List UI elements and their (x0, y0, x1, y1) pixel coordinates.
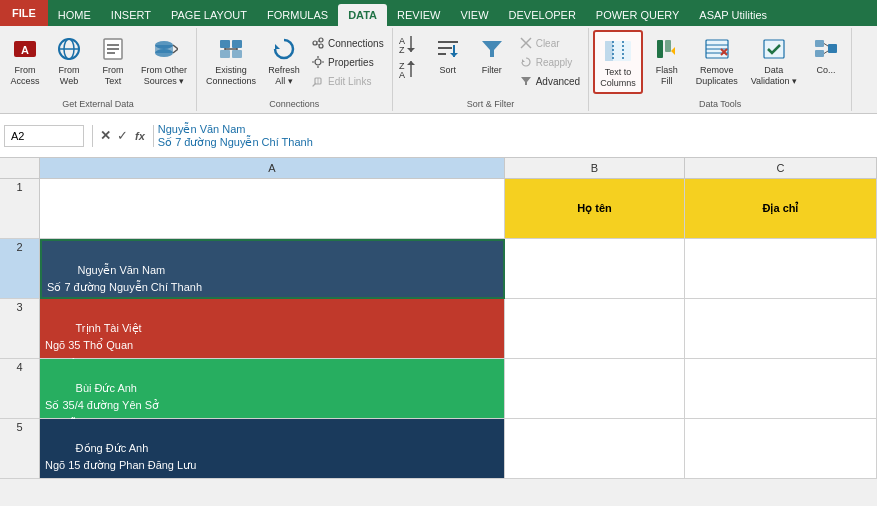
svg-text:A: A (399, 70, 405, 79)
svg-marker-49 (521, 77, 531, 85)
edit-links-label: Edit Links (328, 76, 371, 87)
tab-view[interactable]: VIEW (450, 4, 498, 26)
svg-rect-15 (232, 50, 242, 58)
sort-za-button[interactable]: Z A (397, 57, 425, 81)
svg-rect-13 (232, 40, 242, 48)
tab-power-query[interactable]: POWER QUERY (586, 4, 690, 26)
tab-home[interactable]: HOME (48, 4, 101, 26)
cell-c2[interactable] (685, 239, 877, 299)
sort-button[interactable]: Sort (427, 30, 469, 78)
cell-b2[interactable] (505, 239, 685, 299)
col-header-b[interactable]: B (505, 158, 685, 178)
tab-developer[interactable]: DEVELOPER (499, 4, 586, 26)
cell-b5[interactable] (505, 419, 685, 479)
tab-review[interactable]: REVIEW (387, 4, 450, 26)
tab-asap[interactable]: ASAP Utilities (689, 4, 777, 26)
svg-line-24 (317, 44, 319, 46)
row-header-2[interactable]: 2 (0, 239, 40, 299)
row-header-4[interactable]: 4 (0, 359, 40, 419)
row-header-1[interactable]: 1 (0, 179, 40, 239)
row-header-spacer (0, 158, 40, 178)
data-validation-label: Data Validation ▾ (751, 65, 797, 87)
name-box[interactable]: A2 (4, 125, 84, 147)
sort-filter-label: Sort & Filter (393, 99, 588, 109)
cell-c1[interactable]: Địa chỉ (685, 179, 877, 239)
consolidate-button[interactable]: Co... (805, 30, 847, 79)
cell-c3[interactable] (685, 299, 877, 359)
row-headers: 1 2 3 4 5 (0, 179, 40, 479)
remove-duplicates-button[interactable]: Remove Duplicates (691, 30, 743, 90)
svg-line-23 (317, 41, 319, 43)
cell-b4[interactable] (505, 359, 685, 419)
function-wizard-icon[interactable]: fx (131, 130, 149, 142)
svg-rect-53 (605, 41, 613, 61)
cell-c4[interactable] (685, 359, 877, 419)
table-row: Đồng Đức Anh Ngõ 15 đường Phan Đăng Lưu … (40, 419, 877, 479)
from-text-label: From Text (103, 65, 124, 87)
data-validation-button[interactable]: Data Validation ▾ (746, 30, 802, 90)
formula-divider (92, 125, 93, 147)
col-header-a[interactable]: A (40, 158, 505, 178)
get-external-data-label: Get External Data (0, 99, 196, 109)
svg-marker-39 (407, 61, 415, 65)
cell-a5[interactable]: Đồng Đức Anh Ngõ 15 đường Phan Đăng Lưu … (40, 419, 505, 479)
cell-a3[interactable]: Trịnh Tài Việt Ngõ 35 Thổ Quan Hà Nội (40, 299, 505, 359)
filter-button[interactable]: Filter (471, 30, 513, 78)
from-text-button[interactable]: From Text (92, 30, 134, 90)
svg-point-21 (319, 38, 323, 42)
cell-b3[interactable] (505, 299, 685, 359)
formula-line1: Nguyễn Văn Nam (158, 123, 873, 136)
filter-label: Filter (482, 65, 502, 75)
svg-marker-19 (275, 44, 280, 49)
tab-insert[interactable]: INSERT (101, 4, 161, 26)
ribbon-group-connections: Existing Connections Refresh All ▾ Conne… (197, 28, 393, 111)
svg-rect-12 (220, 40, 230, 48)
from-other-sources-button[interactable]: From Other Sources ▾ (136, 30, 192, 90)
formula-content: Nguyễn Văn Nam Số 7 đường Nguyễn Chí Tha… (158, 123, 873, 149)
cell-b1[interactable]: Họ tên (505, 179, 685, 239)
tab-data[interactable]: DATA (338, 4, 387, 26)
row-header-5[interactable]: 5 (0, 419, 40, 479)
clear-button[interactable]: Clear (515, 34, 584, 52)
from-access-button[interactable]: A From Access (4, 30, 46, 90)
ribbon-group-get-external-data: A From Access From Web (0, 28, 197, 111)
tab-file[interactable]: FILE (0, 0, 48, 26)
col-header-c[interactable]: C (685, 158, 877, 178)
cell-a1[interactable] (40, 179, 505, 239)
table-row: Nguyễn Văn Nam Số 7 đường Nguyễn Chí Tha… (40, 239, 877, 299)
flash-fill-button[interactable]: Flash Fill (646, 30, 688, 90)
svg-rect-66 (828, 44, 837, 53)
from-web-button[interactable]: From Web (48, 30, 90, 90)
cancel-formula-icon[interactable]: ✕ (97, 128, 114, 143)
formula-divider2 (153, 125, 154, 147)
sort-az-button[interactable]: A Z (397, 32, 425, 56)
edit-links-small-button[interactable]: Edit Links (307, 72, 388, 90)
svg-text:A: A (21, 44, 29, 56)
row-header-3[interactable]: 3 (0, 299, 40, 359)
svg-point-11 (155, 49, 173, 57)
from-access-label: From Access (10, 65, 39, 87)
cell-a2[interactable]: Nguyễn Văn Nam Số 7 đường Nguyễn Chí Tha… (40, 239, 505, 299)
svg-rect-64 (815, 40, 824, 47)
existing-connections-button[interactable]: Existing Connections (201, 30, 261, 90)
sort-label: Sort (439, 65, 456, 75)
cell-c5[interactable] (685, 419, 877, 479)
svg-rect-55 (665, 40, 671, 52)
formula-line2: Số 7 đường Nguyễn Chí Thanh (158, 136, 873, 149)
ribbon-group-data-tools: Text to Columns Flash Fill (589, 28, 852, 111)
properties-small-button[interactable]: Properties (307, 53, 388, 71)
svg-marker-56 (671, 47, 675, 55)
from-web-label: From Web (59, 65, 80, 87)
advanced-button[interactable]: Advanced (515, 72, 584, 90)
cell-a4[interactable]: Bùi Đức Anh Số 35/4 đường Yên Sở Đà Nẵng (40, 359, 505, 419)
properties-label: Properties (328, 57, 374, 68)
reapply-button[interactable]: Reapply (515, 53, 584, 71)
text-to-columns-button[interactable]: Text to Columns (593, 30, 643, 94)
tab-formulas[interactable]: FORMULAS (257, 4, 338, 26)
confirm-formula-icon[interactable]: ✓ (114, 128, 131, 143)
connections-small-button[interactable]: Connections (307, 34, 388, 52)
refresh-all-button[interactable]: Refresh All ▾ (263, 30, 305, 90)
text-to-columns-label: Text to Columns (600, 67, 636, 89)
tab-page-layout[interactable]: PAGE LAYOUT (161, 4, 257, 26)
svg-text:Z: Z (399, 45, 405, 54)
